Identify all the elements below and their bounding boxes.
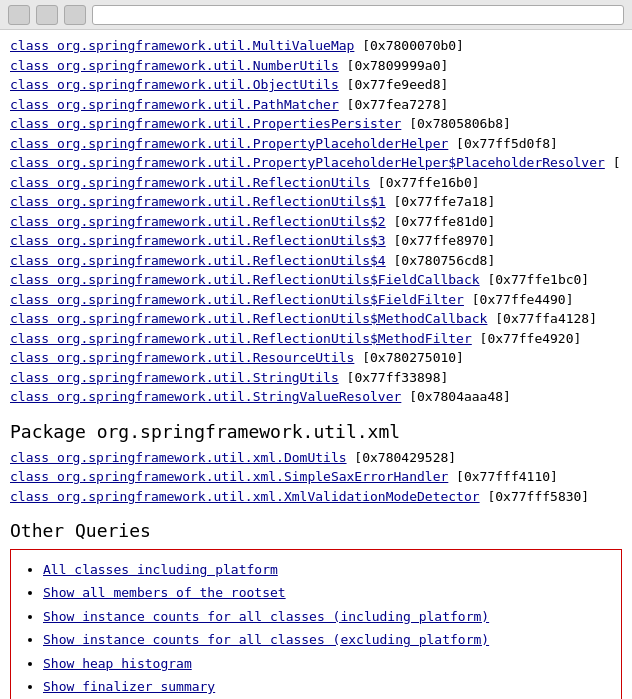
other-queries-header: Other Queries xyxy=(10,520,622,541)
content-area: class org.springframework.util.MultiValu… xyxy=(0,30,632,699)
class-line-item: class org.springframework.util.StringVal… xyxy=(10,387,622,407)
class-link[interactable]: class org.springframework.util.Reflectio… xyxy=(10,194,386,209)
class-link[interactable]: class org.springframework.util.xml.DomUt… xyxy=(10,450,347,465)
class-link[interactable]: class org.springframework.util.StringUti… xyxy=(10,370,339,385)
query-link[interactable]: Show instance counts for all classes (ex… xyxy=(43,632,489,647)
class-line-item: class org.springframework.util.xml.Simpl… xyxy=(10,467,622,487)
class-line-item: class org.springframework.util.xml.DomUt… xyxy=(10,448,622,468)
query-list-item: Show finalizer summary xyxy=(43,675,609,698)
query-link[interactable]: All classes including platform xyxy=(43,562,278,577)
back-button[interactable] xyxy=(8,5,30,25)
query-list-item: Show instance counts for all classes (in… xyxy=(43,605,609,628)
class-link[interactable]: class org.springframework.util.PropertyP… xyxy=(10,155,605,170)
other-queries-list: All classes including platformShow all m… xyxy=(23,558,609,699)
spring-util-class-list: class org.springframework.util.MultiValu… xyxy=(10,36,622,407)
class-line-item: class org.springframework.util.Reflectio… xyxy=(10,212,622,232)
class-link[interactable]: class org.springframework.util.Reflectio… xyxy=(10,233,386,248)
query-link[interactable]: Show instance counts for all classes (in… xyxy=(43,609,489,624)
class-line-item: class org.springframework.util.xml.XmlVa… xyxy=(10,487,622,507)
class-link[interactable]: class org.springframework.util.ObjectUti… xyxy=(10,77,339,92)
class-line-item: class org.springframework.util.PropertyP… xyxy=(10,153,622,173)
browser-toolbar xyxy=(0,0,632,30)
forward-button[interactable] xyxy=(36,5,58,25)
query-list-item: Show all members of the rootset xyxy=(43,581,609,604)
class-line-item: class org.springframework.util.StringUti… xyxy=(10,368,622,388)
reload-button[interactable] xyxy=(64,5,86,25)
other-queries-box: All classes including platformShow all m… xyxy=(10,549,622,699)
xml-section-header: Package org.springframework.util.xml xyxy=(10,421,622,442)
class-line-item: class org.springframework.util.Reflectio… xyxy=(10,309,622,329)
query-list-item: Show heap histogram xyxy=(43,652,609,675)
class-line-item: class org.springframework.util.Reflectio… xyxy=(10,231,622,251)
class-link[interactable]: class org.springframework.util.PathMatch… xyxy=(10,97,339,112)
class-link[interactable]: class org.springframework.util.xml.Simpl… xyxy=(10,469,448,484)
class-link[interactable]: class org.springframework.util.Propertie… xyxy=(10,116,401,131)
class-link[interactable]: class org.springframework.util.ResourceU… xyxy=(10,350,354,365)
class-line-item: class org.springframework.util.Reflectio… xyxy=(10,192,622,212)
class-line-item: class org.springframework.util.MultiValu… xyxy=(10,36,622,56)
query-link[interactable]: Show all members of the rootset xyxy=(43,585,286,600)
query-list-item: Show instance counts for all classes (ex… xyxy=(43,628,609,651)
class-line-item: class org.springframework.util.ObjectUti… xyxy=(10,75,622,95)
query-list-item: All classes including platform xyxy=(43,558,609,581)
class-link[interactable]: class org.springframework.util.Reflectio… xyxy=(10,272,480,287)
class-line-item: class org.springframework.util.Reflectio… xyxy=(10,329,622,349)
class-link[interactable]: class org.springframework.util.Reflectio… xyxy=(10,214,386,229)
class-line-item: class org.springframework.util.Reflectio… xyxy=(10,173,622,193)
class-line-item: class org.springframework.util.PropertyP… xyxy=(10,134,622,154)
class-line-item: class org.springframework.util.Reflectio… xyxy=(10,270,622,290)
class-link[interactable]: class org.springframework.util.Reflectio… xyxy=(10,292,464,307)
class-line-item: class org.springframework.util.Reflectio… xyxy=(10,251,622,271)
query-link[interactable]: Show finalizer summary xyxy=(43,679,215,694)
class-link[interactable]: class org.springframework.util.Reflectio… xyxy=(10,311,487,326)
class-link[interactable]: class org.springframework.util.xml.XmlVa… xyxy=(10,489,480,504)
xml-class-list: class org.springframework.util.xml.DomUt… xyxy=(10,448,622,507)
class-link[interactable]: class org.springframework.util.Reflectio… xyxy=(10,175,370,190)
class-link[interactable]: class org.springframework.util.Reflectio… xyxy=(10,331,472,346)
address-bar[interactable] xyxy=(92,5,624,25)
class-line-item: class org.springframework.util.Propertie… xyxy=(10,114,622,134)
class-line-item: class org.springframework.util.NumberUti… xyxy=(10,56,622,76)
query-link[interactable]: Show heap histogram xyxy=(43,656,192,671)
class-line-item: class org.springframework.util.Reflectio… xyxy=(10,290,622,310)
class-link[interactable]: class org.springframework.util.MultiValu… xyxy=(10,38,354,53)
class-line-item: class org.springframework.util.ResourceU… xyxy=(10,348,622,368)
class-link[interactable]: class org.springframework.util.PropertyP… xyxy=(10,136,448,151)
class-link[interactable]: class org.springframework.util.StringVal… xyxy=(10,389,401,404)
class-line-item: class org.springframework.util.PathMatch… xyxy=(10,95,622,115)
class-link[interactable]: class org.springframework.util.Reflectio… xyxy=(10,253,386,268)
class-link[interactable]: class org.springframework.util.NumberUti… xyxy=(10,58,339,73)
